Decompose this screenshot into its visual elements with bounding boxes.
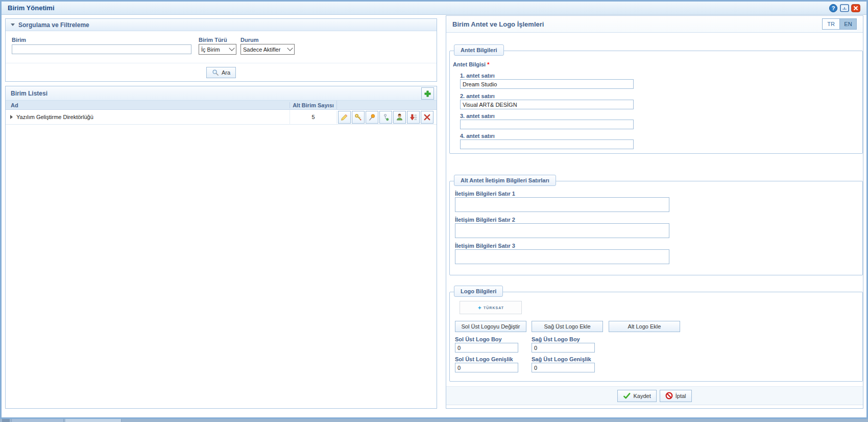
contact-row1-textarea[interactable] bbox=[455, 197, 669, 212]
add-top-right-logo-button[interactable]: Sağ Üst Logo Ekle bbox=[532, 321, 603, 332]
svg-text:?: ? bbox=[832, 5, 835, 11]
add-unit-button[interactable] bbox=[421, 87, 434, 100]
taskbar bbox=[0, 419, 868, 422]
antet-logo-panel: Birim Antet ve Logo İşlemleri TR EN Ante… bbox=[446, 15, 863, 409]
left-logo-height-input[interactable] bbox=[455, 343, 518, 353]
birim-turu-select[interactable]: İç Birim bbox=[199, 44, 236, 55]
save-button-label: Kaydet bbox=[633, 393, 650, 399]
export-down-icon[interactable]: 011001 bbox=[407, 111, 420, 124]
filter-panel: Sorgulama ve Filtreleme Birim Birim Türü… bbox=[5, 18, 437, 82]
antet-group-label: Antet Bilgisi * bbox=[453, 61, 490, 67]
add-bottom-logo-button[interactable]: Alt Logo Ekle bbox=[609, 321, 680, 332]
antet-row2-input[interactable] bbox=[460, 100, 634, 109]
app-window: Birim Yönetimi ? Sorgulama ve Filtreleme… bbox=[0, 0, 868, 419]
table-header: Ad Alt Birim Sayısı bbox=[6, 101, 437, 110]
contact-fieldset: Alt Antet İletişim Bilgileri Satırları İ… bbox=[449, 181, 863, 275]
left-logo-width-input[interactable] bbox=[455, 363, 518, 372]
birim-input[interactable] bbox=[12, 44, 191, 54]
antet-legend: Antet Bilgileri bbox=[454, 44, 504, 56]
window-restore-icon[interactable] bbox=[840, 4, 849, 12]
antet-row2-label: 2. antet satırı bbox=[460, 93, 495, 99]
antet-row1-input[interactable] bbox=[460, 79, 634, 89]
antet-row3-input[interactable] bbox=[460, 120, 634, 129]
contact-legend: Alt Antet İletişim Bilgileri Satırları bbox=[454, 175, 556, 186]
right-logo-height-label: Sağ Üst Logo Boy bbox=[532, 336, 580, 342]
logo-preview: TÜRKSAT bbox=[460, 301, 522, 314]
table-row[interactable]: Yazılım Geliştirme Direktörlüğü 5 bbox=[6, 110, 437, 125]
form-footer: Kaydet İptal bbox=[446, 386, 863, 405]
chevron-down-icon bbox=[287, 45, 293, 51]
antet-row1-label: 1. antet satırı bbox=[460, 73, 495, 79]
tab-en[interactable]: EN bbox=[839, 18, 857, 30]
right-logo-height-input[interactable] bbox=[532, 343, 595, 353]
taskbar-item[interactable] bbox=[11, 419, 64, 422]
taskbar-start-button[interactable] bbox=[2, 419, 10, 422]
birim-label: Birim bbox=[12, 37, 26, 43]
save-button[interactable]: Kaydet bbox=[617, 390, 656, 402]
help-icon[interactable]: ? bbox=[829, 4, 838, 12]
search-icon bbox=[212, 69, 219, 76]
close-icon[interactable] bbox=[851, 4, 860, 12]
cancel-button[interactable]: İptal bbox=[660, 390, 692, 402]
pushpin-icon[interactable] bbox=[366, 111, 378, 124]
birim-turu-label: Birim Türü bbox=[199, 37, 227, 43]
column-header-subcount[interactable]: Alt Birim Sayısı bbox=[290, 102, 336, 108]
check-icon bbox=[623, 392, 631, 400]
logo-legend: Logo Bilgileri bbox=[454, 286, 503, 297]
durum-selected: Sadece Aktifler bbox=[243, 46, 280, 53]
left-logo-height-label: Sol Üst Logo Boy bbox=[455, 336, 502, 342]
durum-select[interactable]: Sadece Aktifler bbox=[240, 44, 295, 55]
change-top-left-logo-button[interactable]: Sol Üst Logoyu Değiştir bbox=[455, 321, 526, 332]
contact-row2-label: İletişim Bilgileri Satır 2 bbox=[455, 217, 515, 223]
no-entry-icon bbox=[665, 392, 673, 400]
delete-x-icon[interactable] bbox=[421, 111, 433, 124]
expand-arrow-icon[interactable] bbox=[10, 115, 13, 119]
language-tabs: TR EN bbox=[822, 18, 857, 30]
left-logo-width-label: Sol Üst Logo Genişlik bbox=[455, 356, 513, 362]
unit-name: Yazılım Geliştirme Direktörlüğü bbox=[16, 114, 93, 120]
divider bbox=[6, 63, 437, 63]
cancel-button-label: İptal bbox=[676, 393, 686, 399]
edit-pencil-icon[interactable] bbox=[338, 111, 351, 124]
antet-row4-input[interactable] bbox=[460, 139, 634, 149]
birim-turu-selected: İç Birim bbox=[201, 46, 220, 53]
filter-panel-header[interactable]: Sorgulama ve Filtreleme bbox=[6, 19, 437, 31]
column-header-name[interactable]: Ad bbox=[6, 102, 290, 108]
hierarchy-icon[interactable] bbox=[379, 111, 392, 124]
antet-row3-label: 3. antet satırı bbox=[460, 113, 495, 119]
antet-row4-label: 4. antet satırı bbox=[460, 133, 495, 139]
durum-label: Durum bbox=[240, 37, 258, 43]
plus-icon bbox=[424, 90, 431, 98]
antet-fieldset: Antet Bilgileri Antet Bilgisi * 1. antet… bbox=[449, 51, 863, 154]
list-panel-title: Birim Listesi bbox=[11, 90, 47, 97]
right-panel-header: Birim Antet ve Logo İşlemleri TR EN bbox=[446, 16, 863, 33]
chevron-down-icon bbox=[229, 45, 234, 51]
taskbar-item[interactable] bbox=[65, 419, 122, 422]
tab-tr[interactable]: TR bbox=[822, 18, 839, 30]
contact-row1-label: İletişim Bilgileri Satır 1 bbox=[455, 191, 515, 197]
turksat-logo-icon bbox=[477, 306, 482, 310]
titlebar: Birim Yönetimi ? bbox=[2, 2, 866, 15]
required-asterisk: * bbox=[487, 61, 489, 67]
contact-row2-textarea[interactable] bbox=[455, 223, 669, 238]
right-logo-width-label: Sağ Üst Logo Genişlik bbox=[532, 356, 591, 362]
search-button-label: Ara bbox=[222, 69, 230, 76]
search-button[interactable]: Ara bbox=[206, 67, 236, 78]
svg-text:01: 01 bbox=[415, 119, 417, 121]
logo-preview-text: TÜRKSAT bbox=[484, 306, 504, 310]
right-panel-title: Birim Antet ve Logo İşlemleri bbox=[452, 20, 544, 28]
sub-unit-count: 5 bbox=[290, 110, 336, 125]
logo-fieldset: Logo Bilgileri TÜRKSAT Sol Üst Logoyu De… bbox=[449, 292, 863, 382]
right-logo-width-input[interactable] bbox=[532, 363, 595, 372]
contact-row3-textarea[interactable] bbox=[455, 249, 669, 264]
key-icon[interactable] bbox=[352, 111, 365, 124]
list-panel: Birim Listesi Ad Alt Birim Sayısı Yazılı… bbox=[5, 86, 437, 409]
filter-panel-title: Sorgulama ve Filtreleme bbox=[18, 21, 89, 29]
column-header-actions bbox=[336, 101, 437, 109]
assign-person-icon[interactable] bbox=[393, 111, 406, 124]
page-title: Birim Yönetimi bbox=[8, 4, 55, 12]
contact-row3-label: İletişim Bilgileri Satır 3 bbox=[455, 243, 515, 249]
collapse-triangle-icon bbox=[11, 24, 15, 26]
